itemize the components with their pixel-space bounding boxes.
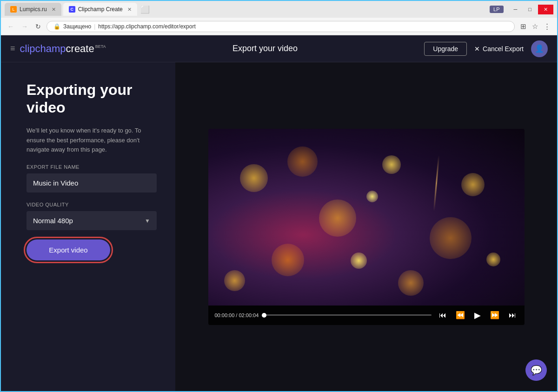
bookmark-icon-button[interactable]: ☆ (530, 21, 540, 32)
file-name-input[interactable] (27, 173, 157, 193)
url-protocol: Защищено (63, 23, 91, 30)
bokeh-6 (272, 244, 304, 276)
clipchamp-favicon: C (69, 6, 75, 13)
bokeh-9 (486, 252, 500, 266)
lock-icon: 🔒 (53, 23, 60, 30)
browser-titlebar: L Lumpics.ru ✕ C Clipchamp Create ✕ ⬜ LP… (1, 1, 557, 18)
refresh-button[interactable]: ↻ (33, 22, 43, 31)
logo-beta: BETA (95, 44, 106, 49)
close-button[interactable]: ✕ (538, 5, 553, 14)
app-container: ≡ clipchampcreateBETA Export your video … (1, 35, 557, 391)
tab-lumpics-close[interactable]: ✕ (52, 7, 56, 13)
bokeh-11 (366, 191, 378, 202)
tab-bar: L Lumpics.ru ✕ C Clipchamp Create ✕ ⬜ (5, 3, 488, 16)
bokeh-5 (461, 173, 485, 196)
forward-button[interactable]: → (20, 22, 30, 31)
logo-clipchamp: clipchamp (20, 43, 66, 54)
export-description: We'll let you know when it's ready to go… (27, 126, 157, 155)
bokeh-8 (398, 270, 424, 296)
file-name-label: Export File Name (27, 164, 157, 170)
bokeh-7 (351, 252, 367, 269)
translate-icon-button[interactable]: ⊞ (518, 21, 528, 32)
url-address: https://app.clipchamp.com/editor/export (98, 23, 195, 30)
header-actions: Upgrade ✕ Cancel Export 👤 (424, 40, 548, 57)
tab-lumpics-label: Lumpics.ru (20, 6, 47, 13)
video-controls: 00:00:00 / 02:00:04 ⏮ ⏪ ▶ ⏩ ⏭ (208, 306, 525, 325)
address-bar: ← → ↻ 🔒 Защищено | https://app.clipchamp… (1, 18, 557, 35)
new-tab-button[interactable]: ⬜ (139, 3, 151, 15)
logo-area: ≡ clipchampcreateBETA (10, 43, 106, 55)
window-user: LP (490, 6, 503, 13)
minimize-button[interactable]: ─ (509, 6, 522, 13)
export-title: Exporting your video (27, 81, 157, 117)
logo-create: create (66, 43, 94, 54)
bokeh-3 (382, 155, 401, 174)
quality-select[interactable]: Normal 480p Good 720p Best 1080p (27, 211, 157, 230)
window-controls: LP ─ □ ✕ (490, 5, 553, 14)
cancel-export-x-icon: ✕ (474, 45, 480, 53)
quality-label: Video Quality (27, 202, 157, 207)
video-container: 00:00:00 / 02:00:04 ⏮ ⏪ ▶ ⏩ ⏭ (208, 129, 525, 325)
url-separator: | (94, 23, 95, 30)
time-display: 00:00:00 / 02:00:04 (215, 312, 259, 318)
bokeh-12 (287, 146, 318, 177)
address-bar-actions: ⊞ ☆ ⋮ (518, 21, 552, 32)
right-panel: 00:00:00 / 02:00:04 ⏮ ⏪ ▶ ⏩ ⏭ (175, 62, 557, 391)
progress-dot (262, 313, 266, 318)
tab-clipchamp-label: Clipchamp Create (78, 6, 123, 13)
header-title: Export your video (106, 44, 425, 53)
chat-widget[interactable]: 💬 (525, 359, 547, 381)
tab-clipchamp-close[interactable]: ✕ (127, 7, 132, 13)
skip-back-button[interactable]: ⏮ (437, 310, 448, 320)
light-streak (433, 155, 439, 211)
lumpics-favicon: L (10, 6, 17, 13)
app-logo: clipchampcreateBETA (20, 43, 106, 55)
play-button[interactable]: ▶ (472, 309, 483, 321)
video-preview (208, 129, 525, 306)
browser-window: L Lumpics.ru ✕ C Clipchamp Create ✕ ⬜ LP… (0, 0, 558, 392)
upgrade-button[interactable]: Upgrade (424, 42, 467, 56)
export-video-button[interactable]: Export video (27, 239, 110, 260)
app-body: Exporting your video We'll let you know … (1, 62, 557, 391)
cancel-export-button[interactable]: ✕ Cancel Export (474, 45, 524, 53)
menu-icon[interactable]: ≡ (10, 44, 15, 53)
bokeh-4 (430, 217, 472, 259)
chat-icon: 💬 (531, 365, 542, 376)
quality-select-wrapper: Normal 480p Good 720p Best 1080p ▼ (27, 211, 157, 230)
back-button[interactable]: ← (6, 22, 16, 31)
bokeh-2 (319, 199, 356, 237)
more-icon-button[interactable]: ⋮ (542, 21, 552, 32)
rewind-button[interactable]: ⏪ (454, 310, 467, 320)
tab-clipchamp[interactable]: C Clipchamp Create ✕ (63, 3, 137, 16)
left-panel: Exporting your video We'll let you know … (1, 62, 175, 391)
progress-bar[interactable] (264, 314, 431, 316)
user-avatar[interactable]: 👤 (531, 40, 548, 57)
app-header: ≡ clipchampcreateBETA Export your video … (1, 35, 557, 62)
url-bar[interactable]: 🔒 Защищено | https://app.clipchamp.com/e… (46, 21, 515, 32)
fast-forward-button[interactable]: ⏩ (488, 310, 501, 320)
quality-group: Video Quality Normal 480p Good 720p Best… (27, 202, 157, 230)
tab-lumpics[interactable]: L Lumpics.ru ✕ (5, 3, 61, 16)
skip-forward-button[interactable]: ⏭ (507, 310, 518, 320)
bokeh-1 (240, 164, 268, 192)
file-name-group: Export File Name (27, 164, 157, 193)
maximize-button[interactable]: □ (524, 6, 536, 13)
bokeh-10 (224, 270, 245, 291)
cancel-export-label: Cancel Export (483, 45, 524, 53)
